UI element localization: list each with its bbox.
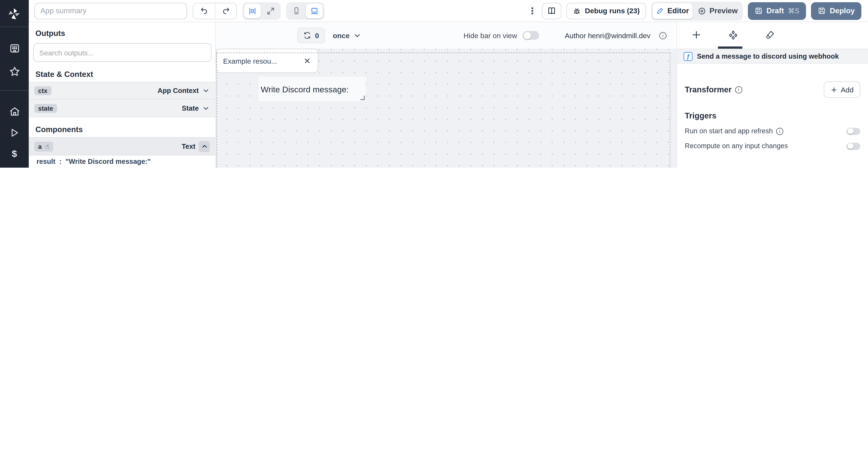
tab-preview[interactable]: Preview xyxy=(694,3,741,19)
insert-component-plus-icon[interactable] xyxy=(691,30,702,40)
state-type-label: State xyxy=(182,104,199,112)
hide-bar-toggle[interactable] xyxy=(523,31,539,40)
bug-icon xyxy=(572,6,581,15)
variables-icon[interactable]: $ xyxy=(0,149,29,160)
info-icon[interactable]: i xyxy=(776,128,783,135)
search-outputs-input[interactable] xyxy=(33,43,211,62)
top-toolbar: ⋮ Debug runs (23) Editor xyxy=(29,0,868,22)
device-toggle-group xyxy=(286,2,324,20)
run-on-start-toggle[interactable] xyxy=(846,128,860,135)
fullscreen-layout-button[interactable] xyxy=(262,4,279,18)
active-tab-underline xyxy=(718,46,742,48)
apps-icon[interactable] xyxy=(0,42,29,54)
chevron-down-icon xyxy=(353,31,361,39)
state-context-title: State & Context xyxy=(29,67,215,82)
triggers-title: Triggers xyxy=(685,111,860,120)
mobile-view-button[interactable] xyxy=(288,4,305,18)
ctx-row[interactable]: ctx App Context xyxy=(29,82,215,100)
debug-runs-label: Debug runs (23) xyxy=(585,7,640,15)
recompute-any-toggle[interactable] xyxy=(846,142,860,150)
app-canvas[interactable]: Write Discord message: Example resou... … xyxy=(216,48,676,168)
info-icon[interactable]: i xyxy=(659,32,666,39)
centered-layout-button[interactable] xyxy=(244,4,261,18)
deploy-label: Deploy xyxy=(830,7,855,15)
app-grid-frame xyxy=(216,53,670,168)
preview-label: Preview xyxy=(710,7,738,15)
windmill-logo-icon[interactable] xyxy=(0,7,29,21)
save-icon xyxy=(817,7,826,15)
text-component-value: Write Discord message: xyxy=(261,84,349,94)
tab-editor[interactable]: Editor xyxy=(652,3,692,19)
styling-brush-icon[interactable] xyxy=(765,30,775,40)
ctx-type-label: App Context xyxy=(157,87,199,95)
refresh-policy-value: once xyxy=(333,31,350,39)
collapse-chevron-up-icon[interactable] xyxy=(199,141,210,152)
docs-book-button[interactable] xyxy=(542,2,561,19)
components-title: Components xyxy=(29,117,215,137)
home-icon[interactable] xyxy=(0,106,29,117)
draft-label: Draft xyxy=(767,7,784,15)
draft-shortcut: ⌘S xyxy=(788,7,799,15)
preview-eye-icon xyxy=(697,6,706,15)
refresh-count-chip[interactable]: 0 xyxy=(297,28,325,43)
left-nav-rail: $ xyxy=(0,0,29,168)
component-settings-panel: ƒ Send a message to discord using webhoo… xyxy=(677,22,868,168)
canvas-toolbar: 0 once Hide bar on view Author henri@win… xyxy=(216,22,676,48)
refresh-icon xyxy=(303,32,311,39)
selected-component-header: ƒ Send a message to discord using webhoo… xyxy=(677,48,868,63)
ctx-badge: ctx xyxy=(34,86,51,95)
refresh-count: 0 xyxy=(315,31,319,39)
redo-button[interactable] xyxy=(215,3,236,19)
deploy-button[interactable]: Deploy xyxy=(811,2,861,20)
a-result-value: "Write Discord message:" xyxy=(65,158,151,166)
debug-runs-button[interactable]: Debug runs (23) xyxy=(566,2,646,19)
windmill-app-editor: $ xyxy=(0,0,868,168)
chevron-down-icon[interactable] xyxy=(202,87,210,95)
right-panel-tabs xyxy=(677,22,868,48)
editor-label: Editor xyxy=(667,7,689,15)
author-label: Author henri@windmill.dev xyxy=(565,31,651,39)
hand-pointer-icon: ☝ xyxy=(45,142,49,150)
desktop-view-button[interactable] xyxy=(306,4,323,18)
outputs-sidebar: Outputs State & Context ctx App Context … xyxy=(29,22,216,168)
layout-toggle-group xyxy=(243,2,281,20)
function-icon: ƒ xyxy=(684,52,692,61)
pencil-icon xyxy=(656,7,664,15)
favorites-star-icon[interactable] xyxy=(0,66,29,77)
transformer-title: Transformer xyxy=(685,85,732,94)
app-summary-input[interactable] xyxy=(34,2,187,19)
recompute-any-label: Recompute on any input changes xyxy=(685,142,788,150)
selected-component-title: Send a message to discord using webhook xyxy=(697,52,839,60)
component-row-a[interactable]: a☝ Text xyxy=(29,137,215,156)
runs-icon[interactable] xyxy=(0,127,29,138)
editor-preview-toggle: Editor Preview xyxy=(651,1,743,20)
component-a-badge: a☝ xyxy=(34,141,53,152)
text-component[interactable]: Write Discord message: xyxy=(258,77,366,101)
refresh-policy-dropdown[interactable]: once xyxy=(333,31,361,39)
hide-bar-label: Hide bar on view xyxy=(464,31,517,39)
undo-button[interactable] xyxy=(193,3,215,19)
add-label: Add xyxy=(841,86,854,94)
draft-button[interactable]: Draft ⌘S xyxy=(748,2,806,20)
save-icon xyxy=(754,7,763,15)
component-settings-diamonds-icon[interactable] xyxy=(728,30,738,40)
outputs-title: Outputs xyxy=(29,22,215,41)
info-icon[interactable]: i xyxy=(735,86,742,93)
state-badge: state xyxy=(34,104,57,113)
rail-divider xyxy=(0,27,29,27)
chevron-down-icon[interactable] xyxy=(202,104,210,112)
undo-redo-group xyxy=(193,2,237,19)
run-on-start-label: Run on start and app refresh xyxy=(685,127,773,135)
rail-divider xyxy=(0,90,29,91)
kebab-menu-icon[interactable]: ⋮ xyxy=(528,6,537,16)
component-a-type: Text xyxy=(182,142,195,150)
add-transformer-button[interactable]: Add xyxy=(824,81,860,98)
output-kv-row[interactable]: result:"Write Discord message:" xyxy=(29,156,215,168)
state-row[interactable]: state State xyxy=(29,100,215,117)
